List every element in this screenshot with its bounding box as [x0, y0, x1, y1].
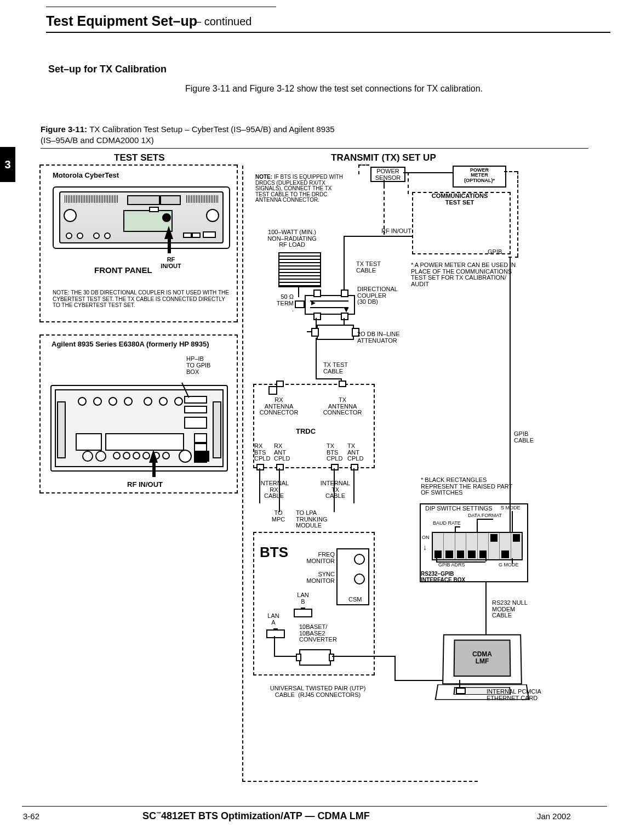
gpib-cable-label: GPIB CABLE	[514, 431, 534, 444]
internal-tx-cable-label: INTERNAL TX CABLE	[314, 480, 356, 500]
port-icon	[256, 464, 264, 470]
txsetup-header: TRANSMIT (TX) SET UP	[331, 152, 436, 163]
rf-inout-label-cybertest: RF IN/OUT	[160, 257, 182, 269]
wire	[274, 636, 275, 656]
dip-switch-icon	[432, 532, 523, 560]
to-mpc-label: TO MPC	[267, 510, 289, 523]
wire	[274, 656, 296, 657]
comm-test-set-label: COMMUNICATIONS TEST SET	[415, 193, 504, 206]
footer-date: Jan 2002	[537, 811, 571, 821]
page-title: Test Equipment Set–up	[46, 13, 197, 29]
drdc-note: NOTE: IF BTS IS EQUIPPED WITH DRDCS (DUP…	[255, 174, 344, 203]
lan-b-label: LAN B	[295, 592, 311, 605]
section-subhead: Set–up for TX Calibration	[48, 64, 167, 75]
figure-rule	[41, 148, 588, 149]
front-panel-label: FRONT PANEL	[94, 265, 152, 275]
body-paragraph: Figure 3-11 and Figure 3-12 show the tes…	[185, 83, 514, 95]
agilent-title: Agilent 8935 Series E6380A (formerly HP …	[52, 340, 209, 348]
arrow-stem-icon	[152, 461, 156, 477]
port-icon	[341, 313, 348, 320]
wire	[394, 656, 396, 681]
figure-caption: Figure 3-11: TX Calibration Test Setup –…	[41, 124, 336, 145]
footer-rule	[22, 806, 607, 807]
switches-note: * BLACK RECTANGLES REPRESENT THE RAISED …	[421, 477, 519, 496]
port-icon	[311, 328, 319, 337]
rx-bts-cpld-label: RX BTS CPLD	[254, 443, 270, 462]
directional-coupler-label: DIRECTIONAL COUPLER (30 DB)	[357, 286, 398, 305]
lan-a-port-icon	[266, 629, 285, 638]
trademark-icon: ™	[156, 811, 161, 816]
lan-a-label: LAN A	[265, 613, 282, 626]
laptop-icon: CDMA LMF	[442, 634, 522, 685]
data-format-label: DATA FORMAT	[468, 513, 502, 518]
power-meter-box: POWER METER (OPTIONAL)*	[453, 166, 506, 188]
wire	[332, 656, 396, 657]
port-icon	[313, 290, 321, 297]
converter-label: 10BASET/ 10BASE2 CONVERTER	[299, 624, 337, 643]
left-dash-right	[237, 164, 238, 322]
wire	[353, 468, 354, 503]
tx-ant-cpld-label: TX ANT CPLD	[347, 443, 363, 462]
port-icon	[313, 313, 321, 320]
monitor-jack-icon	[354, 574, 365, 584]
dip-title: DIP SWITCH SETTINGS	[425, 506, 493, 512]
rf-in-out-label: RF IN/OUT	[381, 228, 411, 235]
dashed-wire	[408, 236, 412, 237]
tx-bts-cpld-label: TX BTS CPLD	[327, 443, 342, 462]
rs232-cable-label: RS232 NULL MODEM CABLE	[492, 600, 528, 619]
tx-ant-conn-label: TX ANTENNA CONNECTOR	[318, 397, 367, 416]
port-icon	[331, 464, 339, 470]
term-label: 50 Ω TERM .	[270, 294, 294, 313]
cybertest-device-icon	[53, 186, 230, 249]
lmf-label: CDMA LMF	[472, 651, 492, 665]
section-tab: 3	[0, 147, 15, 182]
wire	[316, 318, 317, 328]
wire	[344, 318, 345, 325]
port-icon	[329, 654, 334, 661]
left-dash-top	[41, 164, 237, 166]
figure-caption-lead: Figure 3-11:	[41, 124, 89, 134]
footer-title-pre: SC	[142, 810, 156, 821]
bts-title: BTS	[260, 544, 288, 561]
power-sensor-box: POWER SENSOR	[370, 167, 405, 182]
cybertest-title: Motorola CyberTest	[53, 171, 119, 179]
baud-rate-label: BAUD RATE	[433, 521, 461, 526]
attenuator-icon	[317, 325, 354, 340]
header-divider	[46, 32, 610, 33]
s-mode-label: S MODE	[501, 506, 521, 510]
wire	[459, 680, 460, 688]
tx-test-cable-lower-label: TX TEST CABLE	[323, 362, 348, 374]
arrow-up-icon	[149, 450, 158, 463]
page-title-continued: – continued	[195, 15, 251, 28]
term-icon	[295, 300, 305, 308]
attenuator-label: 2O DB IN–LINE ATTENUATOR	[357, 331, 400, 344]
directional-coupler-icon: ▸ ▾	[305, 295, 355, 315]
footer-title-post: 4812ET BTS Optimization/ATP — CDMA LMF	[161, 810, 370, 821]
port-icon	[276, 381, 284, 387]
header-rule	[46, 7, 276, 7]
wire	[344, 236, 345, 290]
port-icon	[341, 290, 348, 297]
arrow-down-icon: ↓	[423, 543, 427, 552]
rx-ant-conn-label: RX ANTENNA CONNECTOR	[254, 397, 304, 416]
dashed-wire	[408, 172, 409, 194]
on-label: ON	[422, 535, 430, 540]
rf-inout-label-agilent: RF IN/OUT	[127, 480, 163, 489]
rx-ant-cpld-label: RX ANT CPLD	[274, 443, 290, 462]
footer-title: SC™4812ET BTS Optimization/ATP — CDMA LM…	[142, 810, 370, 822]
to-lpa-label: TO LPA TRUNKING MODULE	[296, 510, 340, 529]
cybertest-note: NOTE: THE 30 DB DIRECTIONAL COUPLER IS N…	[53, 290, 233, 309]
utp-cable-label: UNIVERSAL TWISTED PAIR (UTP) CABLE (RJ45…	[263, 685, 373, 698]
wire	[316, 338, 317, 379]
agilent-dash-top	[41, 334, 238, 336]
trdc-title: TRDC	[296, 428, 316, 435]
agilent-dash-bottom	[41, 492, 238, 493]
sync-monitor-label: SYNC MONITOR	[305, 571, 335, 584]
agilent-dash-right	[237, 334, 238, 493]
port-icon	[456, 688, 466, 694]
interface-box-label: RS232–GPIB INTERFACE BOX	[421, 571, 465, 583]
wire	[403, 172, 453, 173]
csm-label: CSM	[348, 597, 362, 603]
monitor-jack-icon	[354, 554, 365, 565]
rf-load-label: 100–WATT (MIN.) NON–RADIATING RF LOAD	[262, 229, 322, 248]
